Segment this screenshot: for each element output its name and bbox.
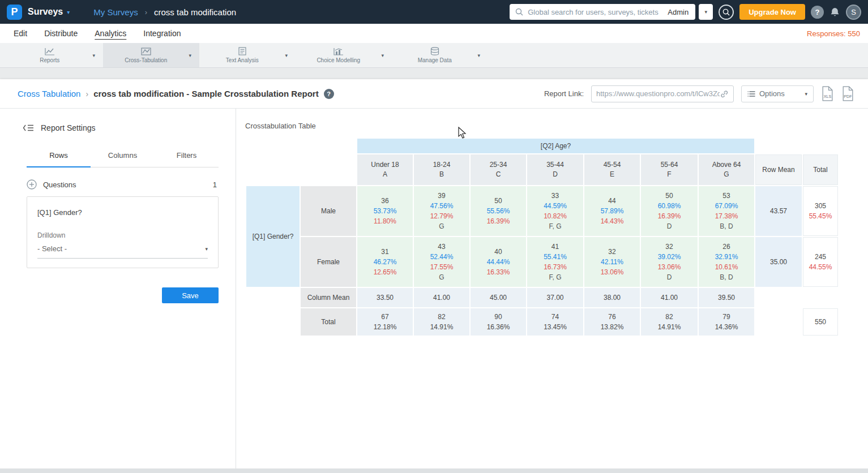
data-cell: 4044.44%16.33% — [471, 237, 526, 287]
data-cell: 3146.27%12.65% — [357, 237, 413, 287]
tab-label: Text Analysis — [226, 57, 259, 63]
row-label-female: Female — [301, 237, 356, 287]
drilldown-select[interactable]: - Select - ▾ — [37, 244, 208, 259]
total-cell: 8214.91% — [641, 308, 698, 336]
chevron-down-icon[interactable]: ▾ — [381, 53, 384, 58]
tab-choice-modelling[interactable]: Choice Modelling ▾ — [296, 43, 392, 67]
tab-reports[interactable]: Reports ▾ — [7, 43, 103, 67]
total-cell: 7413.45% — [527, 308, 583, 336]
blank-cell — [246, 308, 300, 336]
crosstab-title: Crosstabulation Table — [245, 122, 868, 130]
column-header: 25-34C — [471, 154, 526, 185]
row-mean-cell: 35.00 — [755, 237, 802, 287]
nav-edit[interactable]: Edit — [14, 29, 27, 38]
blank-cell — [755, 288, 802, 307]
options-label: Options — [759, 89, 785, 98]
horizontal-scrollbar[interactable] — [0, 468, 868, 473]
report-actions: Report Link: Options — [544, 85, 854, 102]
report-title: cross tab modification - Sample Crosstab… — [93, 89, 319, 98]
chevron-down-icon[interactable]: ▾ — [285, 53, 288, 58]
chevron-down-icon: ▾ — [205, 246, 208, 252]
notifications-bell-icon[interactable] — [829, 7, 840, 18]
data-cell: 3239.02%13.06%D — [641, 237, 698, 287]
tab-filters[interactable]: Filters — [155, 146, 219, 167]
chevron-down-icon[interactable]: ▾ — [477, 53, 480, 58]
user-avatar[interactable]: S — [846, 5, 861, 20]
tab-text-analysis[interactable]: Text Analysis ▾ — [199, 43, 296, 67]
tab-columns[interactable]: Columns — [91, 146, 155, 167]
tab-label: Manage Data — [418, 57, 452, 63]
question-text: [Q1] Gender? — [37, 208, 208, 217]
responses-count: Responses: 550 — [807, 29, 860, 38]
report-breadcrumb: Cross Tabulation › cross tab modificatio… — [18, 89, 334, 99]
nav-distribute[interactable]: Distribute — [44, 29, 78, 38]
bar-chart-icon — [333, 48, 344, 55]
export-xls-icon[interactable]: XLS — [821, 86, 834, 101]
blank-cell — [755, 139, 802, 153]
search-submit-button[interactable] — [719, 5, 734, 20]
chevron-down-icon[interactable]: ▾ — [189, 53, 191, 58]
pdf-label: PDF — [844, 94, 852, 99]
questions-label: Questions — [43, 180, 76, 189]
row-total-cell: 30555.45% — [803, 186, 838, 236]
nav-integration[interactable]: Integration — [143, 29, 181, 38]
tab-rows[interactable]: Rows — [27, 146, 91, 167]
content-card: Cross Tabulation › cross tab modificatio… — [0, 79, 868, 468]
questions-section-header[interactable]: Questions 1 — [27, 179, 217, 190]
add-circle-icon[interactable] — [27, 179, 37, 190]
tab-manage-data[interactable]: Manage Data ▾ — [392, 43, 488, 67]
row-total-cell: 24544.55% — [803, 237, 838, 287]
crosstab-area: Crosstabulation Table [Q2] Age? — [236, 109, 868, 468]
tab-label: Cross-Tabulation — [125, 57, 167, 63]
row-question-cell: [Q1] Gender? — [246, 186, 300, 287]
line-chart-icon — [45, 48, 55, 55]
search-scope-admin[interactable]: Admin — [666, 8, 690, 16]
collapse-panel-icon[interactable] — [23, 124, 34, 132]
link-icon[interactable] — [720, 89, 729, 98]
column-mean-cell: 41.00 — [641, 288, 698, 307]
options-dropdown[interactable]: Options ▾ — [741, 85, 814, 102]
report-link-field[interactable] — [591, 85, 734, 102]
product-switcher[interactable]: Surveys — [28, 7, 63, 17]
report-link-input[interactable] — [596, 89, 720, 98]
breadcrumb-separator: › — [145, 8, 147, 16]
total-cell: 8214.91% — [414, 308, 469, 336]
global-search[interactable]: Admin — [510, 4, 695, 20]
column-mean-cell: 39.50 — [699, 288, 754, 307]
cross-tabulation-link[interactable]: Cross Tabulation — [18, 89, 80, 98]
save-button[interactable]: Save — [162, 287, 219, 303]
tab-cross-tabulation[interactable]: Cross-Tabulation ▾ — [103, 43, 199, 67]
search-icon — [515, 8, 523, 16]
help-icon[interactable]: ? — [811, 6, 824, 19]
data-cell: 4457.89%14.43% — [584, 186, 640, 236]
help-icon[interactable]: ? — [324, 89, 334, 99]
questionpro-logo[interactable]: P — [7, 5, 22, 20]
column-header: Under 18A — [357, 154, 413, 185]
column-mean-cell: 45.00 — [471, 288, 526, 307]
data-cell: 4155.41%16.73%F, G — [527, 237, 583, 287]
export-pdf-icon[interactable]: PDF — [841, 86, 854, 101]
search-scope-dropdown[interactable]: ▾ — [699, 4, 713, 20]
data-cell: 5060.98%16.39%D — [641, 186, 698, 236]
list-icon — [747, 91, 755, 97]
data-cell: 3344.59%10.82%F, G — [527, 186, 583, 236]
global-search-input[interactable] — [528, 8, 666, 16]
chevron-down-icon[interactable]: ▾ — [92, 53, 95, 58]
column-header: Above 64G — [699, 154, 754, 185]
settings-tabs: Rows Columns Filters — [27, 146, 219, 167]
nav-analytics[interactable]: Analytics — [95, 29, 126, 38]
drilldown-label: Drilldown — [37, 231, 208, 239]
age-group-header: [Q2] Age? — [357, 139, 754, 153]
blank-cell — [246, 139, 356, 153]
page: P Surveys ▾ My Surveys › cross tab modif… — [0, 0, 868, 473]
settings-header: Report Settings — [0, 109, 236, 132]
chevron-down-icon[interactable]: ▾ — [67, 9, 70, 15]
column-header: 18-24B — [414, 154, 469, 185]
upgrade-now-button[interactable]: Upgrade Now — [739, 4, 805, 20]
my-surveys-link[interactable]: My Surveys — [93, 7, 138, 17]
question-card: [Q1] Gender? Drilldown - Select - ▾ — [27, 196, 219, 268]
tab-label: Choice Modelling — [317, 57, 360, 63]
tab-label: Reports — [40, 57, 59, 63]
database-icon — [430, 47, 439, 55]
drilldown-selected-value: - Select - — [37, 244, 67, 253]
